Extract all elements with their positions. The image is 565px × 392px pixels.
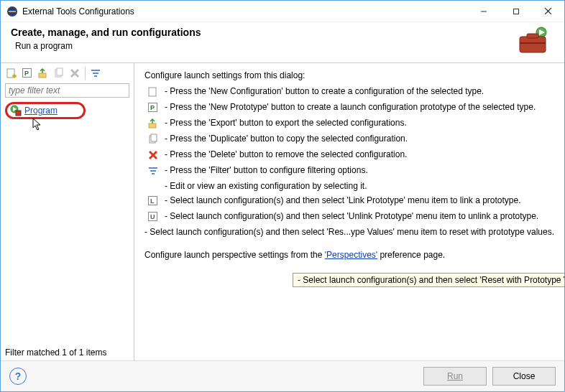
titlebar: External Tools Configurations <box>1 1 564 22</box>
maximize-button[interactable] <box>500 1 532 22</box>
instr-new-proto: P - Press the 'New Prototype' button to … <box>144 102 554 113</box>
svg-text:P: P <box>24 70 29 77</box>
filter-button[interactable] <box>89 67 102 80</box>
svg-rect-19 <box>57 68 63 75</box>
main-area: P <box>1 62 564 360</box>
duplicate-icon <box>147 134 159 145</box>
instr-reset: - Select launch configuration(s) and the… <box>144 227 554 237</box>
help-button[interactable]: ? <box>9 368 27 385</box>
filter-status: Filter matched 1 of 1 items <box>1 345 134 360</box>
instr-export: - Press the 'Export' button to export th… <box>144 118 554 129</box>
svg-rect-28 <box>149 88 156 96</box>
svg-rect-37 <box>150 170 156 172</box>
svg-rect-36 <box>149 167 157 169</box>
left-pane: P <box>1 63 134 360</box>
svg-rect-10 <box>520 42 546 44</box>
instr-link: L - Select launch configuration(s) and t… <box>144 195 554 207</box>
svg-text:P: P <box>150 104 155 111</box>
header-text: Create, manage, and run configurations R… <box>11 27 510 51</box>
header: Create, manage, and run configurations R… <box>1 22 564 62</box>
dialog-buttons: Run Close <box>423 367 556 386</box>
tooltip: - Select launch configuration(s) and the… <box>293 273 564 287</box>
svg-rect-23 <box>93 73 98 74</box>
new-prototype-icon: P <box>147 102 159 113</box>
delete-icon <box>147 149 159 161</box>
duplicate-button[interactable] <box>52 67 65 80</box>
toolbar-separator <box>85 67 86 80</box>
instr-duplicate: - Press the 'Duplicate' button to copy t… <box>144 134 554 145</box>
perspectives-line: Configure launch perspective settings fr… <box>144 250 554 260</box>
export-button[interactable] <box>37 67 50 80</box>
instr-delete: - Press the 'Delete' button to remove th… <box>144 149 554 161</box>
perspectives-link[interactable]: 'Perspectives' <box>325 250 377 260</box>
instr-unlink: U - Select launch configuration(s) and t… <box>144 211 554 223</box>
dialog-window: External Tools Configurations Create, ma… <box>0 0 565 392</box>
header-subtitle: Run a program <box>15 41 510 51</box>
filter-icon <box>147 165 159 177</box>
run-button[interactable]: Run <box>423 367 487 386</box>
svg-text:U: U <box>150 213 155 220</box>
link-prototype-icon: L <box>147 195 159 207</box>
button-bar: ? Run Close <box>1 360 564 391</box>
svg-rect-24 <box>94 75 97 77</box>
svg-rect-22 <box>91 70 100 71</box>
window-controls <box>467 1 564 22</box>
app-icon <box>6 6 18 17</box>
svg-rect-27 <box>16 111 21 116</box>
header-title: Create, manage, and run configurations <box>11 27 510 38</box>
new-config-icon <box>147 86 159 98</box>
export-icon <box>147 118 159 129</box>
svg-text:L: L <box>150 197 155 205</box>
program-icon <box>10 105 22 116</box>
delete-button[interactable] <box>68 67 81 80</box>
instr-edit: - Edit or view an existing configuration… <box>144 181 554 191</box>
config-tree[interactable]: Program <box>1 101 134 345</box>
toolbox-run-icon <box>510 27 550 55</box>
instr-filter: - Press the 'Filter' button to configure… <box>144 165 554 177</box>
right-pane: Configure launch settings from this dial… <box>134 63 564 360</box>
close-window-button[interactable] <box>532 1 564 22</box>
close-button[interactable]: Close <box>492 367 556 386</box>
unlink-prototype-icon: U <box>147 211 159 223</box>
svg-rect-38 <box>152 173 155 174</box>
minimize-button[interactable] <box>467 1 500 22</box>
svg-rect-1 <box>9 11 16 12</box>
tree-item-label: Program <box>24 106 58 116</box>
svg-rect-3 <box>513 9 518 14</box>
instr-new-config: - Press the 'New Configuration' button t… <box>144 86 554 98</box>
perspectives-prefix: Configure launch perspective settings fr… <box>144 250 325 260</box>
tree-item-program[interactable]: Program <box>5 102 86 119</box>
svg-rect-33 <box>151 134 157 141</box>
new-configuration-button[interactable] <box>5 67 18 80</box>
left-toolbar: P <box>1 66 134 82</box>
new-prototype-button[interactable]: P <box>21 67 34 80</box>
filter-input[interactable] <box>5 83 129 98</box>
instructions-title: Configure launch settings from this dial… <box>144 70 554 80</box>
svg-rect-31 <box>149 123 156 128</box>
window-title: External Tools Configurations <box>22 6 467 17</box>
svg-rect-8 <box>520 37 546 52</box>
perspectives-suffix: preference page. <box>377 250 445 260</box>
svg-rect-9 <box>527 34 538 38</box>
svg-rect-17 <box>39 73 46 78</box>
